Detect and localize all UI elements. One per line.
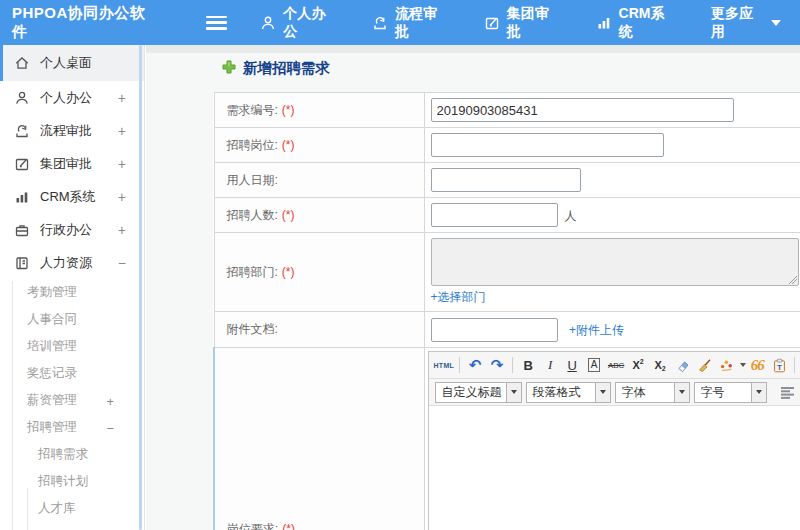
hamburger-menu-icon[interactable]: [206, 16, 227, 30]
svg-text:T: T: [777, 362, 782, 371]
sidebar-item-label: 集团审批: [40, 155, 92, 173]
expand-icon[interactable]: +: [118, 90, 126, 106]
sidebar-item-admin-office[interactable]: 行政办公 +: [0, 213, 144, 246]
eraser-icon[interactable]: [672, 355, 692, 375]
italic-button[interactable]: I: [540, 355, 560, 375]
sidebar-item-human-resources[interactable]: 人力资源 −: [0, 246, 144, 279]
field-label: 附件文档:: [227, 322, 278, 336]
table-row: 招聘部门:(*) +选择部门: [214, 233, 800, 312]
bar-chart-icon: [14, 189, 31, 205]
attachment-input[interactable]: [431, 318, 558, 342]
paste-clipboard-icon[interactable]: T: [769, 355, 789, 375]
bar-chart-icon: [596, 15, 612, 31]
char-border-button[interactable]: A: [588, 358, 601, 372]
table-row: 需求编号:(*): [214, 93, 800, 128]
add-plus-icon: [222, 60, 236, 78]
top-nav: 个人办公 流程审批 集团审批: [241, 5, 800, 41]
required-mark: (*): [282, 208, 295, 222]
sidebar-item-label: 薪资管理: [27, 392, 77, 409]
nav-more-apps[interactable]: 更多应用: [692, 5, 800, 41]
expand-icon[interactable]: +: [118, 189, 126, 205]
sidebar-item-label: 人力资源: [40, 254, 92, 272]
sidebar-item-crm-system[interactable]: CRM系统 +: [0, 180, 144, 213]
chevron-down-icon[interactable]: [740, 363, 746, 367]
employ-date-input[interactable]: [431, 168, 581, 192]
sidebar-subitem-rewards[interactable]: 奖惩记录: [0, 360, 144, 387]
resize-grip[interactable]: [788, 275, 797, 284]
toolbar-separator: [459, 357, 460, 373]
nav-label: 集团审批: [507, 5, 558, 41]
sidebar-item-label: 流程审批: [40, 122, 92, 140]
sidebar-subitem-training[interactable]: 培训管理: [0, 333, 144, 360]
align-left-icon[interactable]: [778, 382, 798, 402]
sidebar-item-label: 人事合同: [27, 311, 77, 328]
sidebar-subitem-recruit-plan[interactable]: 招聘计划: [0, 468, 144, 495]
undo-button[interactable]: ↶: [465, 355, 485, 375]
chevron-down-icon: [771, 20, 781, 26]
sidebar-item-personal-office[interactable]: 个人办公 +: [0, 81, 144, 114]
select-department-link[interactable]: +选择部门: [431, 289, 486, 306]
html-source-button[interactable]: HTML: [434, 355, 455, 375]
demand-number-input[interactable]: [431, 98, 734, 122]
expand-icon[interactable]: +: [118, 222, 126, 238]
table-row: 招聘岗位:(*): [214, 128, 800, 163]
recruit-position-input[interactable]: [431, 133, 664, 157]
chevron-down-icon: [675, 382, 690, 403]
subscript-button[interactable]: X2: [650, 355, 670, 375]
field-label: 需求编号:: [227, 103, 278, 117]
content-top-strip: [146, 45, 800, 53]
chevron-down-icon: [507, 382, 522, 403]
collapse-icon[interactable]: −: [106, 420, 114, 435]
sidebar-item-label: 人才库: [38, 500, 76, 517]
doodle-color-icon[interactable]: [716, 355, 736, 375]
nav-personal-office[interactable]: 个人办公: [241, 5, 353, 41]
sidebar-subitem-hr-contract[interactable]: 人事合同: [0, 306, 144, 333]
superscript-button[interactable]: X2: [628, 355, 648, 375]
format-brush-icon[interactable]: [694, 355, 714, 375]
book-icon: [14, 255, 31, 271]
font-size-dropdown[interactable]: 字号: [694, 382, 767, 403]
nav-crm-system[interactable]: CRM系统: [577, 5, 692, 41]
sidebar-subitem-attendance[interactable]: 考勤管理: [0, 279, 144, 306]
field-label: 招聘人数:: [227, 208, 278, 222]
strikethrough-button[interactable]: ABC: [606, 355, 626, 375]
redo-button[interactable]: ↷: [487, 355, 507, 375]
sidebar-subitem-recruit-demand[interactable]: 招聘需求: [0, 441, 144, 468]
app-logo: PHPOA协同办公软件: [12, 4, 154, 42]
sidebar-item-group-approval[interactable]: 集团审批 +: [0, 147, 144, 180]
nav-label: 个人办公: [283, 5, 334, 41]
required-mark: (*): [282, 103, 295, 117]
editor-content-area[interactable]: [429, 406, 800, 530]
chevron-down-icon: [596, 382, 611, 403]
department-textarea[interactable]: [431, 238, 799, 286]
nav-workflow-approval[interactable]: 流程审批: [353, 5, 465, 41]
briefcase-icon: [14, 222, 31, 238]
sidebar-item-label: CRM系统: [40, 188, 96, 206]
collapse-icon[interactable]: −: [118, 255, 126, 271]
sidebar-subitem-salary[interactable]: 薪资管理 +: [0, 387, 144, 414]
paragraph-format-dropdown[interactable]: 段落格式: [526, 382, 611, 403]
font-family-dropdown[interactable]: 字体: [615, 382, 690, 403]
sidebar-item-label: 个人办公: [40, 89, 92, 107]
sidebar-subitem-recruit-mgmt[interactable]: 招聘管理 −: [0, 414, 144, 441]
app-window: PHPOA协同办公软件 个人办公 流程审批: [0, 0, 800, 530]
expand-icon[interactable]: +: [106, 393, 114, 408]
unit-suffix: 人: [565, 209, 577, 223]
nav-group-approval[interactable]: 集团审批: [465, 5, 577, 41]
top-header: PHPOA协同办公软件 个人办公 流程审批: [0, 0, 800, 45]
sidebar-item-label: 招聘需求: [38, 446, 88, 463]
sidebar-item-workflow-approval[interactable]: 流程审批 +: [0, 114, 144, 147]
main-content: 新增招聘需求 需求编号:(*) 招聘岗位:(*): [146, 45, 800, 530]
expand-icon[interactable]: +: [118, 156, 126, 172]
sidebar-item-personal-desktop[interactable]: 个人桌面: [0, 45, 144, 81]
sidebar-subitem-talent-pool[interactable]: 人才库: [0, 495, 144, 522]
custom-title-dropdown[interactable]: 自定义标题: [435, 382, 522, 403]
sidebar-scrollbar[interactable]: [139, 45, 142, 530]
bold-button[interactable]: B: [518, 355, 538, 375]
headcount-input[interactable]: [431, 203, 558, 227]
blockquote-button[interactable]: 66: [747, 355, 767, 375]
expand-icon[interactable]: +: [118, 123, 126, 139]
attachment-upload-link[interactable]: +附件上传: [569, 323, 624, 337]
workflow-icon: [372, 15, 388, 31]
underline-button[interactable]: U: [562, 355, 582, 375]
